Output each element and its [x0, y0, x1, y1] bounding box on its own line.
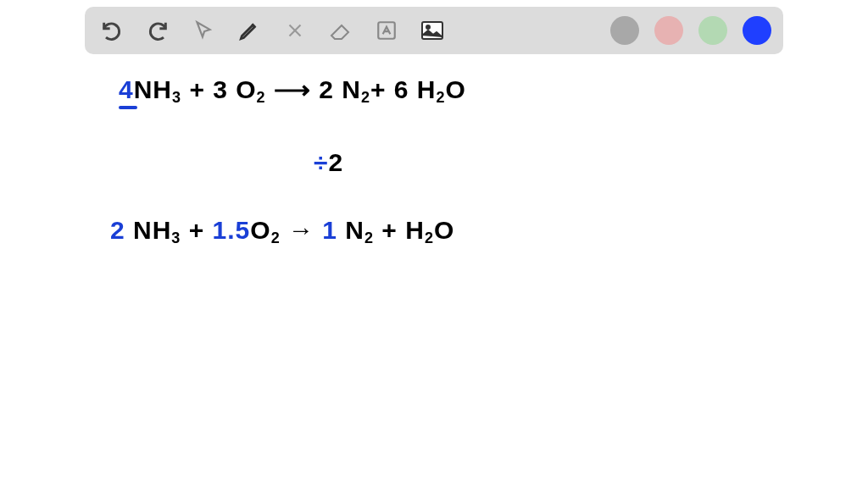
plus-h2o: + H: [374, 216, 425, 244]
divide-num: 2: [328, 148, 343, 176]
plus-3o2: + 3 O: [181, 75, 257, 103]
pointer-icon[interactable]: [188, 15, 219, 46]
coef-1: 1: [322, 216, 337, 244]
image-icon[interactable]: [417, 15, 448, 46]
nh3-sub-2: 3: [171, 229, 181, 246]
divide-sign: ÷: [314, 148, 328, 176]
o-2: O: [434, 216, 454, 244]
n2-sub: 2: [361, 89, 370, 106]
svg-point-2: [426, 25, 430, 29]
arrow-1: ⟶: [266, 75, 320, 103]
h2-sub: 2: [437, 89, 446, 106]
six-h: 6 H: [394, 75, 437, 103]
coef-15: 1.5: [213, 216, 251, 244]
n2-2: N: [337, 216, 364, 244]
o2-2: O: [250, 216, 270, 244]
h2-sub-2: 2: [425, 229, 434, 246]
nh3-text: NH: [134, 75, 172, 103]
redo-icon[interactable]: [142, 15, 173, 46]
plus-b: +: [181, 216, 212, 244]
coef-2: 2: [110, 216, 125, 244]
color-blue[interactable]: [743, 16, 771, 45]
color-gray[interactable]: [610, 16, 639, 45]
two-n: 2 N: [319, 75, 361, 103]
color-pink[interactable]: [654, 16, 683, 45]
coef-4: 4: [119, 75, 134, 103]
undo-icon[interactable]: [97, 15, 127, 46]
color-green[interactable]: [698, 16, 727, 45]
arrow-2: →: [281, 216, 323, 244]
plus-2: +: [370, 75, 394, 103]
o2-sub: 2: [257, 89, 266, 106]
underline-4: [119, 106, 137, 109]
n2-sub-2: 2: [364, 229, 374, 246]
divide-step: ÷2: [314, 148, 343, 177]
whiteboard-canvas[interactable]: 4NH3 + 3 O2 ⟶ 2 N2+ 6 H2O ÷2 2 NH3 + 1.5…: [0, 59, 868, 481]
equation-line-2: 2 NH3 + 1.5O2 → 1 N2 + H2O: [110, 216, 454, 247]
nh3-2: NH: [125, 216, 172, 244]
equation-line-1: 4NH3 + 3 O2 ⟶ 2 N2+ 6 H2O: [119, 75, 466, 107]
text-icon[interactable]: [371, 15, 402, 46]
o-text: O: [446, 75, 466, 103]
nh3-sub: 3: [172, 89, 181, 106]
o2-sub-2: 2: [271, 229, 281, 246]
eraser-icon[interactable]: [326, 15, 356, 46]
tools-icon[interactable]: [280, 15, 310, 46]
toolbar: [85, 7, 783, 54]
pencil-icon[interactable]: [234, 15, 264, 46]
